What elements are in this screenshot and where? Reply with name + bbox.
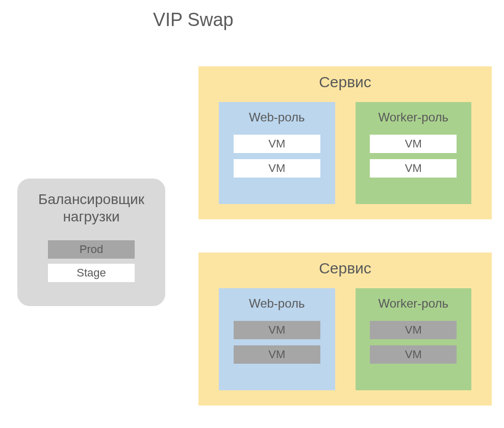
worker-role-vms-top: VM VM	[366, 135, 462, 178]
vm-box: VM	[370, 159, 457, 178]
vm-box: VM	[370, 345, 457, 364]
vm-box: VM	[370, 135, 457, 153]
vm-box: VM	[234, 135, 320, 153]
diagram-title: VIP Swap	[153, 9, 233, 31]
service-box-top: Сервис Web-роль VM VM Worker-роль VM VM	[198, 66, 492, 219]
web-role-bottom: Web-роль VM VM	[219, 288, 335, 390]
service-title-bottom: Сервис	[198, 260, 492, 277]
load-balancer-slots: Prod Stage	[48, 240, 135, 282]
load-balancer-box: Балансировщик нагрузки Prod Stage	[17, 179, 165, 306]
web-role-top: Web-роль VM VM	[219, 102, 335, 204]
web-role-title-bottom: Web-роль	[249, 296, 305, 311]
slot-stage: Stage	[48, 264, 135, 282]
vm-box: VM	[370, 321, 457, 339]
roles-row-top: Web-роль VM VM Worker-роль VM VM	[198, 91, 492, 204]
worker-role-title-bottom: Worker-роль	[378, 296, 448, 311]
slot-prod: Prod	[48, 240, 135, 259]
worker-role-top: Worker-роль VM VM	[356, 102, 472, 204]
service-box-bottom: Сервис Web-роль VM VM Worker-роль VM VM	[198, 253, 492, 406]
vm-box: VM	[234, 159, 320, 178]
web-role-vms-top: VM VM	[229, 135, 325, 178]
web-role-title-top: Web-роль	[249, 110, 305, 124]
worker-role-bottom: Worker-роль VM VM	[356, 288, 472, 390]
roles-row-bottom: Web-роль VM VM Worker-роль VM VM	[198, 277, 492, 390]
web-role-vms-bottom: VM VM	[229, 321, 325, 364]
worker-role-title-top: Worker-роль	[378, 110, 448, 124]
load-balancer-title: Балансировщик нагрузки	[33, 191, 150, 225]
vm-box: VM	[234, 345, 320, 364]
vm-box: VM	[234, 321, 320, 339]
worker-role-vms-bottom: VM VM	[366, 321, 462, 364]
service-title-top: Сервис	[198, 73, 492, 91]
